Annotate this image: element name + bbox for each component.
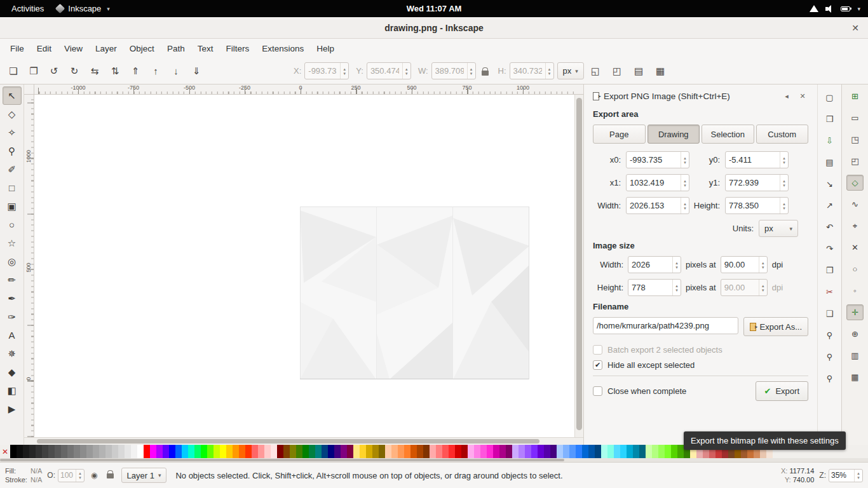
palette-swatch[interactable] <box>283 445 290 458</box>
image-width-spinner[interactable] <box>672 257 681 273</box>
paste-button[interactable]: ❑ <box>821 306 838 322</box>
export-button[interactable]: Export <box>756 381 808 401</box>
y-spinner[interactable] <box>402 63 410 79</box>
palette-swatch[interactable] <box>671 445 677 458</box>
palette-swatch[interactable] <box>385 445 391 458</box>
area-height-input[interactable] <box>726 201 780 210</box>
palette-swatch[interactable] <box>67 445 74 458</box>
menu-item[interactable]: Text <box>191 41 220 57</box>
filename-input[interactable] <box>593 321 738 330</box>
w-spinner[interactable] <box>467 63 475 79</box>
no-color-button[interactable] <box>0 445 10 458</box>
clock[interactable]: Wed 11:07 AM <box>407 4 462 13</box>
x0-spinner[interactable] <box>681 152 689 168</box>
export-units-dropdown[interactable]: px <box>759 220 798 237</box>
flip-vertical-button[interactable]: ⇅ <box>105 62 125 81</box>
palette-swatch[interactable] <box>296 445 302 458</box>
palette-swatch[interactable] <box>474 445 480 458</box>
palette-swatch[interactable] <box>23 445 29 458</box>
snap-bbox-toggle[interactable]: ▭ <box>846 110 864 126</box>
x1-spinner[interactable] <box>681 175 689 191</box>
palette-swatch[interactable] <box>480 445 487 458</box>
node-tool[interactable]: ◇ <box>3 105 22 123</box>
x0-input[interactable] <box>627 155 681 165</box>
palette-swatch[interactable] <box>347 445 353 458</box>
opacity-spinner[interactable] <box>76 470 84 482</box>
x-spinner[interactable] <box>340 63 348 79</box>
fill-stroke-indicator[interactable]: Fill:N/A Stroke:N/A <box>5 466 42 484</box>
select-all-button[interactable]: ❏ <box>4 62 23 81</box>
menu-item[interactable]: Object <box>123 41 161 57</box>
close-when-complete-checkbox[interactable] <box>593 386 602 396</box>
rotate-cw-button[interactable]: ↻ <box>65 62 84 81</box>
import-button[interactable]: ↘ <box>821 176 838 192</box>
snap-bbox-edges-toggle[interactable]: ◳ <box>846 132 864 147</box>
palette-swatch[interactable] <box>639 445 646 458</box>
palette-swatch[interactable] <box>633 445 639 458</box>
menu-item[interactable]: Help <box>310 41 341 57</box>
palette-swatch[interactable] <box>423 445 430 458</box>
palette-swatch[interactable] <box>372 445 379 458</box>
palette-swatch[interactable] <box>563 445 569 458</box>
palette-swatch[interactable] <box>436 445 442 458</box>
new-document-button[interactable]: ▢ <box>821 90 838 105</box>
export-area-custom-button[interactable]: Custom <box>756 125 809 144</box>
pen-tool[interactable]: ✒ <box>3 289 22 308</box>
palette-swatch[interactable] <box>99 445 105 458</box>
canvas[interactable] <box>34 95 574 437</box>
zoom-spinner[interactable] <box>854 470 862 482</box>
horizontal-scrollbar[interactable] <box>34 437 574 445</box>
spiral-tool[interactable]: ◎ <box>3 252 22 271</box>
palette-swatch[interactable] <box>493 445 499 458</box>
zoom-tool[interactable]: ⚲ <box>3 142 22 160</box>
opacity-input[interactable] <box>58 471 76 480</box>
palette-swatch[interactable] <box>17 445 23 458</box>
activities-button[interactable]: Activities <box>9 3 46 15</box>
snap-grid-guide-toggle[interactable]: ▦ <box>846 369 864 385</box>
palette-swatch[interactable] <box>48 445 55 458</box>
palette-swatch[interactable] <box>398 445 404 458</box>
measure-tool[interactable]: ✐ <box>3 160 22 179</box>
spray-tool[interactable]: ✵ <box>3 344 22 363</box>
palette-swatch[interactable] <box>557 445 563 458</box>
zoom-page-button[interactable]: ⚲ <box>821 370 838 386</box>
palette-swatch[interactable] <box>506 445 512 458</box>
y0-spinner[interactable] <box>780 152 788 168</box>
selector-tool[interactable]: ↖ <box>3 86 22 105</box>
palette-swatch[interactable] <box>334 445 341 458</box>
batch-export-checkbox[interactable] <box>593 345 602 355</box>
width-input[interactable] <box>432 66 467 76</box>
snap-page-border-toggle[interactable]: ▥ <box>846 348 864 363</box>
snap-paths-toggle[interactable]: ∿ <box>846 196 864 212</box>
x-input[interactable] <box>305 66 340 76</box>
snap-intersections-toggle[interactable]: ⌖ <box>846 218 864 234</box>
snap-object-centers-toggle[interactable]: ⊕ <box>846 326 864 342</box>
palette-swatch[interactable] <box>258 445 264 458</box>
palette-swatch[interactable] <box>531 445 538 458</box>
palette-swatch[interactable] <box>252 445 258 458</box>
horizontal-scrollbar-thumb[interactable] <box>37 439 539 444</box>
palette-swatch[interactable] <box>677 445 684 458</box>
palette-swatch[interactable] <box>207 445 214 458</box>
palette-swatch[interactable] <box>290 445 296 458</box>
y1-input[interactable] <box>726 178 780 187</box>
height-input[interactable] <box>510 66 545 76</box>
window-close-button[interactable] <box>848 20 863 36</box>
palette-swatch[interactable] <box>461 445 468 458</box>
palette-swatch[interactable] <box>627 445 633 458</box>
hide-except-selected-checkbox[interactable] <box>593 360 602 370</box>
palette-swatch[interactable] <box>607 445 614 458</box>
palette-swatch[interactable] <box>264 445 271 458</box>
width-dpi-spinner[interactable] <box>759 257 767 273</box>
palette-swatch[interactable] <box>614 445 620 458</box>
palette-swatch[interactable] <box>538 445 544 458</box>
menu-item[interactable]: Edit <box>31 41 58 57</box>
menu-item[interactable]: File <box>4 41 31 57</box>
palette-swatch[interactable] <box>430 445 436 458</box>
zoom-drawing-button[interactable]: ⚲ <box>821 349 838 365</box>
export-area-drawing-button[interactable]: Drawing <box>648 125 700 144</box>
eraser-tool[interactable]: ◆ <box>3 363 22 381</box>
deselect-button[interactable]: ❐ <box>24 62 43 81</box>
rotate-ccw-button[interactable]: ↺ <box>44 62 64 81</box>
menu-item[interactable]: View <box>58 41 89 57</box>
